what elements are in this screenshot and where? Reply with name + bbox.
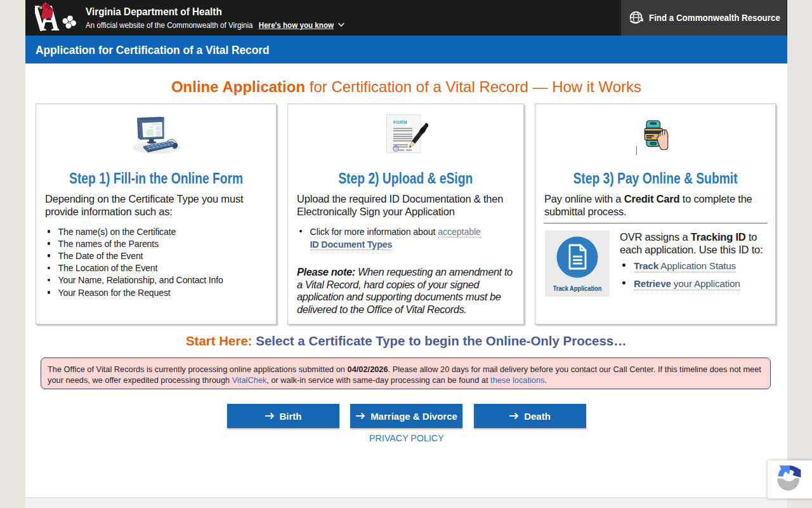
svg-text:FORM: FORM: [393, 120, 407, 124]
